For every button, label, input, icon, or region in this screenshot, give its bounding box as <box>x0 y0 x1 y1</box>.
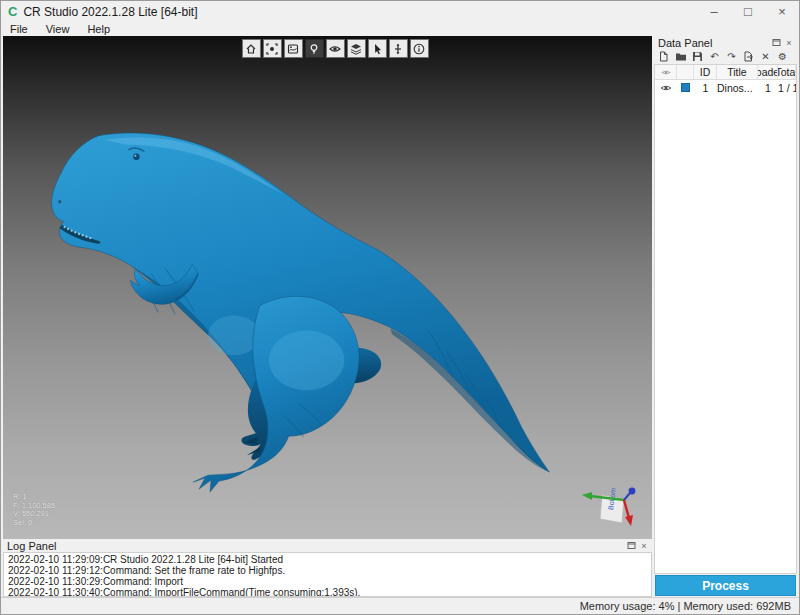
table-row[interactable]: 1 Dinos... 1 1 / 1... <box>655 80 796 95</box>
row-color-swatch <box>681 83 690 92</box>
redo-button[interactable]: ↷ <box>725 50 738 63</box>
title-bar: C CR Studio 2022.1.28 Lite [64-bit] – □ … <box>1 1 799 22</box>
float-panel-button[interactable] <box>626 541 636 551</box>
menu-bar: File View Help <box>1 22 799 36</box>
undo-icon: ↶ <box>710 51 718 62</box>
maximize-button[interactable]: □ <box>731 1 765 22</box>
log-panel-title: Log Panel <box>7 540 57 552</box>
stat-selected: Sel: 0 <box>13 519 55 528</box>
table-header-row: ID Title oade Total <box>655 65 796 80</box>
visibility-column-header <box>655 65 677 79</box>
data-panel-title: Data Panel <box>658 37 712 49</box>
move-icon <box>392 43 404 55</box>
fit-view-button[interactable] <box>262 39 281 58</box>
data-table[interactable]: ID Title oade Total 1 Dinos... 1 1 / 1..… <box>654 64 797 574</box>
log-line: 2022-02-10 11:29:12:Command: Set the fra… <box>8 565 651 576</box>
fit-view-icon <box>266 43 278 55</box>
new-file-icon <box>658 51 669 62</box>
process-button[interactable]: Process <box>655 575 796 596</box>
total-column-header: Total <box>778 65 796 79</box>
color-column-header <box>677 65 694 79</box>
log-content[interactable]: 2022-02-10 11:29:09:CR Studio 2022.1.28 … <box>3 552 652 597</box>
light-button[interactable] <box>304 39 323 58</box>
data-panel-titlebar: Data Panel × <box>654 36 797 49</box>
delete-button[interactable]: ✕ <box>759 50 772 63</box>
close-panel-button[interactable]: × <box>639 541 649 551</box>
row-visibility-toggle[interactable] <box>655 84 677 92</box>
log-line: 2022-02-10 11:30:29:Command: Import <box>8 576 651 587</box>
data-panel-toolbar: ↶ ↷ ✕ ⚙ <box>654 49 797 64</box>
row-total: 1 / 1... <box>778 82 796 94</box>
info-icon <box>413 43 425 55</box>
layers-icon <box>350 43 362 55</box>
move-button[interactable] <box>388 39 407 58</box>
window-controls: – □ × <box>697 1 799 22</box>
log-line: 2022-02-10 11:29:09:CR Studio 2022.1.28 … <box>8 554 651 565</box>
float-panel-button[interactable] <box>771 38 781 48</box>
dinosaur-model[interactable] <box>3 36 652 539</box>
data-panel: Data Panel × ↶ ↷ ✕ ⚙ I <box>654 36 797 597</box>
memory-usage-text: Memory usage: 4% | Memory used: 692MB <box>580 600 791 612</box>
app-window: C CR Studio 2022.1.28 Lite [64-bit] – □ … <box>0 0 800 615</box>
save-icon <box>692 51 703 62</box>
log-panel: Log Panel × 2022-02-10 11:29:09:CR Studi… <box>3 539 652 597</box>
axis-gizmo[interactable]: Bottom <box>580 483 638 527</box>
minimize-button[interactable]: – <box>697 1 731 22</box>
texture-icon <box>287 43 299 55</box>
visibility-icon <box>329 43 341 55</box>
status-bar: Memory usage: 4% | Memory used: 692MB <box>1 597 799 614</box>
redo-icon: ↷ <box>727 51 735 62</box>
loaded-column-header: oade <box>758 65 778 79</box>
export-button[interactable] <box>742 50 755 63</box>
info-button[interactable] <box>409 39 428 58</box>
home-view-button[interactable] <box>241 39 260 58</box>
viewport-stats: R: 1 F: 1,100,585 V: 550,291 Sel: 0 <box>13 493 55 527</box>
row-title: Dinos... <box>717 82 758 94</box>
settings-button[interactable]: ⚙ <box>776 50 789 63</box>
save-button[interactable] <box>691 50 704 63</box>
row-id: 1 <box>694 82 717 94</box>
id-column-header: ID <box>694 65 717 79</box>
menu-view[interactable]: View <box>46 23 70 35</box>
log-line: 2022-02-10 11:30:40:Command: ImportFileC… <box>8 587 651 597</box>
viewport-toolbar <box>241 39 428 58</box>
row-loaded: 1 <box>758 82 778 94</box>
open-folder-button[interactable] <box>674 50 687 63</box>
close-panel-button[interactable]: × <box>784 38 794 48</box>
open-folder-icon <box>675 51 687 62</box>
window-title: CR Studio 2022.1.28 Lite [64-bit] <box>23 5 197 19</box>
log-panel-titlebar: Log Panel × <box>3 539 652 552</box>
menu-help[interactable]: Help <box>87 23 110 35</box>
select-cursor-icon <box>371 43 383 55</box>
select-button[interactable] <box>367 39 386 58</box>
viewport-3d[interactable]: R: 1 F: 1,100,585 V: 550,291 Sel: 0 Bott… <box>3 36 652 539</box>
app-logo-icon: C <box>8 4 17 19</box>
home-icon <box>245 43 257 55</box>
undo-button[interactable]: ↶ <box>708 50 721 63</box>
new-file-button[interactable] <box>657 50 670 63</box>
menu-file[interactable]: File <box>10 23 28 35</box>
close-button[interactable]: × <box>765 1 799 22</box>
layers-button[interactable] <box>346 39 365 58</box>
texture-button[interactable] <box>283 39 302 58</box>
export-icon <box>743 51 754 62</box>
delete-icon: ✕ <box>761 51 769 62</box>
visibility-button[interactable] <box>325 39 344 58</box>
title-column-header: Title <box>717 65 758 79</box>
light-icon <box>308 43 320 55</box>
settings-gear-icon: ⚙ <box>778 51 787 62</box>
